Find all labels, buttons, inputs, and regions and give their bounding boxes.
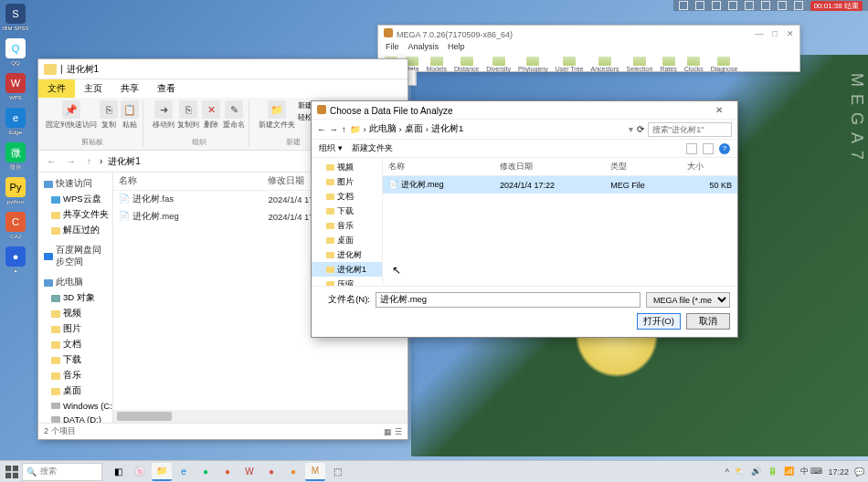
- nav-item[interactable]: WPS云盘: [38, 192, 112, 207]
- clock[interactable]: 17:22: [828, 467, 849, 477]
- rec-tool-icon[interactable]: [712, 1, 721, 10]
- tool-phylogeny[interactable]: Phylogeny: [518, 57, 548, 77]
- system-tray[interactable]: ^ ⛅ 🔊 🔋 📶 中 ⌨ 17:22 💬: [725, 466, 864, 477]
- nav-item[interactable]: 视频: [38, 306, 112, 321]
- nav-item[interactable]: 共享文件夹: [38, 207, 112, 223]
- nav-item[interactable]: 解压过的: [38, 223, 112, 238]
- tray-icon[interactable]: 🔋: [767, 466, 778, 477]
- rec-tool-icon[interactable]: [679, 1, 688, 10]
- close-icon[interactable]: ✕: [787, 29, 794, 38]
- menu-help[interactable]: Help: [448, 42, 465, 55]
- back-icon[interactable]: ←: [44, 156, 58, 166]
- desktop-icon[interactable]: SIBM SPSS: [3, 4, 28, 31]
- tool-ancestors[interactable]: Ancestors: [590, 57, 619, 77]
- tool-models[interactable]: Models: [426, 57, 447, 77]
- tab-share[interactable]: 共享: [111, 79, 148, 98]
- explorer-navpane[interactable]: 快速访问 WPS云盘 共享文件夹 解压过的 百度网盘同步空间 此电脑 3D 对象…: [38, 173, 113, 423]
- rb-pin[interactable]: 📌固定到快速访问: [46, 100, 97, 130]
- ime-indicator[interactable]: 中 ⌨: [800, 466, 823, 477]
- taskbar-app[interactable]: ●: [261, 463, 281, 481]
- newfolder-button[interactable]: 新建文件夹: [352, 142, 393, 154]
- rec-timer[interactable]: 00:01:38 结束: [810, 1, 863, 11]
- notifications-icon[interactable]: 💬: [854, 467, 864, 477]
- desktop-icon[interactable]: Pypython: [3, 177, 28, 204]
- rec-tool-icon[interactable]: [695, 1, 704, 10]
- nav-item[interactable]: 桌面: [312, 233, 382, 247]
- dialog-filelist[interactable]: 名称修改日期类型大小 📄 进化树.meg 2024/1/4 17:22 MEG …: [383, 158, 737, 286]
- filename-input[interactable]: [376, 292, 640, 308]
- explorer-titlebar[interactable]: | 进化树1: [38, 59, 408, 79]
- up-icon[interactable]: ↑: [84, 156, 94, 166]
- taskbar-search[interactable]: 🔍 搜索: [22, 463, 102, 481]
- tab-file[interactable]: 文件: [38, 79, 75, 98]
- mega-titlebar[interactable]: MEGA 7.0.26(7170509-x86_64) —□✕: [378, 26, 799, 42]
- filetype-select[interactable]: MEGA file (*.meg): [646, 292, 730, 308]
- nav-item[interactable]: 视频: [312, 160, 382, 174]
- nav-item[interactable]: 音乐: [312, 218, 382, 233]
- rb-copyto[interactable]: ⎘复制到: [177, 100, 199, 130]
- taskbar-app[interactable]: ●: [283, 463, 303, 481]
- menu-file[interactable]: File: [386, 42, 399, 55]
- fwd-icon[interactable]: →: [64, 156, 79, 166]
- search-input[interactable]: [648, 122, 732, 137]
- tab-view[interactable]: 查看: [148, 79, 185, 98]
- minimize-icon[interactable]: —: [756, 29, 764, 38]
- taskbar-app[interactable]: ●: [196, 463, 216, 481]
- desktop-icon[interactable]: ●●: [3, 246, 28, 274]
- nav-item[interactable]: 图片: [312, 174, 382, 189]
- taskbar-app[interactable]: M: [305, 463, 325, 481]
- taskbar-app[interactable]: ●: [217, 463, 238, 481]
- dialog-navpane[interactable]: 视频图片文档下载音乐桌面进化树进化树1压缩张荣添张晓雪Windows (C:)D…: [312, 158, 383, 286]
- rb-newfolder[interactable]: 📁新建文件夹: [259, 100, 295, 130]
- tool-distance[interactable]: Distance: [454, 57, 479, 77]
- menu-analysis[interactable]: Analysis: [408, 42, 439, 55]
- view-icon[interactable]: [703, 143, 714, 154]
- nav-item[interactable]: DATA (D:): [38, 413, 112, 423]
- desktop-icon[interactable]: eEdge: [3, 108, 28, 135]
- tool-diagnose[interactable]: Diagnose: [711, 57, 738, 77]
- organize-menu[interactable]: 组织 ▾: [319, 142, 343, 154]
- taskbar-app[interactable]: W: [239, 463, 259, 481]
- nav-item[interactable]: 音乐: [38, 368, 112, 383]
- taskbar-app[interactable]: 🍥: [130, 463, 150, 481]
- maximize-icon[interactable]: □: [773, 29, 778, 38]
- nav-item[interactable]: 进化树: [312, 247, 382, 262]
- nav-item[interactable]: 桌面: [38, 383, 112, 399]
- up-icon[interactable]: ↑: [342, 124, 346, 134]
- taskbar-app[interactable]: ⬚: [327, 463, 347, 481]
- rb-copy[interactable]: ⎘复制: [100, 100, 118, 130]
- desktop-icon[interactable]: QQQ: [3, 38, 28, 66]
- nav-item[interactable]: 文档: [312, 189, 382, 204]
- tray-icon[interactable]: ⛅: [735, 466, 746, 477]
- refresh-icon[interactable]: ⟳: [637, 124, 644, 134]
- nav-item[interactable]: 3D 对象: [38, 290, 112, 306]
- nav-item[interactable]: 下载: [312, 204, 382, 218]
- nav-item[interactable]: 下载: [38, 352, 112, 368]
- ribbon-tabs[interactable]: 文件 主页 共享 查看: [38, 79, 408, 98]
- tool-clocks[interactable]: Clocks: [684, 57, 704, 77]
- nav-item[interactable]: 文档: [38, 337, 112, 352]
- fwd-icon[interactable]: →: [330, 124, 339, 134]
- tray-icon[interactable]: 🔊: [751, 466, 762, 477]
- cancel-button[interactable]: 取消: [686, 313, 730, 330]
- screen-recorder-bar[interactable]: 00:01:38 结束: [673, 0, 868, 11]
- tray-icon[interactable]: 📶: [784, 466, 795, 477]
- rb-rename[interactable]: ✎重命名: [223, 100, 245, 130]
- nav-item[interactable]: 压缩: [312, 277, 382, 286]
- tab-home[interactable]: 主页: [75, 79, 111, 98]
- desktop-icon[interactable]: 微微信: [3, 142, 28, 170]
- rec-tool-icon[interactable]: [778, 1, 787, 10]
- h-scrollbar[interactable]: [117, 412, 172, 421]
- close-icon[interactable]: ✕: [706, 105, 732, 115]
- tool-selection[interactable]: Selection: [627, 57, 653, 77]
- taskbar[interactable]: 🔍 搜索 ◧ 🍥 📁 e ● ● W ● ● M ⬚ ^ ⛅ 🔊 🔋 📶 中 ⌨…: [0, 460, 868, 482]
- rb-moveto[interactable]: ➜移动到: [153, 100, 175, 130]
- view-icon[interactable]: [686, 143, 697, 154]
- tool-rates[interactable]: Rates: [660, 57, 676, 77]
- rb-delete[interactable]: ✕删除: [202, 100, 220, 130]
- desktop-icon[interactable]: CCAJ: [3, 212, 28, 239]
- tool-diversity[interactable]: Diversity: [486, 57, 511, 77]
- rec-tool-icon[interactable]: [761, 1, 770, 10]
- file-row[interactable]: 📄 进化树.meg 2024/1/4 17:22 MEG File 50 KB: [383, 176, 737, 194]
- desktop-icon[interactable]: WWPS: [3, 73, 28, 100]
